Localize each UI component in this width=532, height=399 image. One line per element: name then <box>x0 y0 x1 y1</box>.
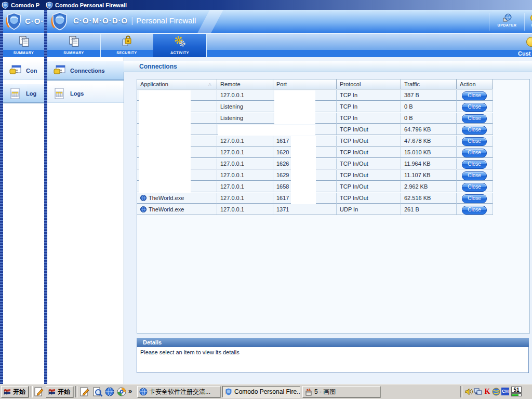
column-header-protocol[interactable]: Protocol <box>337 79 401 89</box>
cell-action[interactable]: Close <box>457 181 493 192</box>
start-button-2[interactable]: 开始 <box>46 386 73 397</box>
cell-traffic[interactable]: 62.516 KB <box>401 193 457 204</box>
column-header-action[interactable]: Action <box>457 79 493 89</box>
close-connection-button[interactable]: Close <box>462 114 487 123</box>
sidebar-item-logs[interactable]: Logs <box>47 84 124 103</box>
brand-divider: | <box>128 16 136 25</box>
back-tab-summary[interactable]: SUMMARY <box>3 34 45 58</box>
cell-remote[interactable]: 127.0.0.1 <box>217 193 273 204</box>
cell-protocol[interactable]: TCP In <box>337 113 401 124</box>
close-connection-button[interactable]: Close <box>462 137 487 146</box>
close-connection-button[interactable]: Close <box>462 103 487 112</box>
cell-action[interactable]: Close <box>457 101 493 112</box>
page-edit-icon[interactable] <box>33 387 44 397</box>
close-connection-button[interactable]: Close <box>462 160 487 169</box>
cell-application[interactable]: TheWorld.exe <box>137 193 217 204</box>
taskbar-separator <box>31 386 33 397</box>
cell-protocol[interactable]: TCP In/Out <box>337 170 401 181</box>
cell-remote[interactable]: 127.0.0.1 <box>217 136 273 147</box>
cell-traffic[interactable]: 387 B <box>401 90 457 101</box>
cell-action[interactable]: Close <box>457 204 493 215</box>
cell-remote[interactable]: Listening <box>217 113 273 124</box>
cell-protocol[interactable]: TCP In/Out <box>337 193 401 204</box>
cell-remote[interactable]: 127.0.0.1 <box>217 158 273 169</box>
cell-traffic[interactable]: 261 B <box>401 204 457 215</box>
cell-traffic[interactable]: 11.964 KB <box>401 158 457 169</box>
task-button-1[interactable]: 卡安全软件注册交流... <box>137 386 220 397</box>
back-sidebar-item-connections[interactable]: Con <box>3 61 44 80</box>
globe-browser-icon[interactable] <box>104 387 115 397</box>
product-logo-text: C·O·M·O·D·O|Personal Firewall <box>73 16 196 25</box>
cell-port[interactable]: 1371 <box>273 204 337 215</box>
start-button[interactable]: 开始 <box>1 386 29 397</box>
tab-security[interactable]: SECURITY <box>100 34 154 58</box>
cell-remote[interactable]: 127.0.0.1 <box>217 170 273 181</box>
cell-action[interactable]: Close <box>457 170 493 181</box>
cell-traffic[interactable]: 0 B <box>401 101 457 112</box>
logs-icon <box>8 87 22 100</box>
search-page-icon[interactable] <box>92 387 103 397</box>
close-connection-button[interactable]: Close <box>462 194 487 203</box>
updater-button[interactable]: UPDATER <box>491 11 523 32</box>
cell-action[interactable]: Close <box>457 90 493 101</box>
cell-protocol[interactable]: UDP In <box>337 204 401 215</box>
help-button[interactable]: ? HE <box>526 11 532 32</box>
volume-speaker-icon[interactable] <box>464 388 473 396</box>
updater-label: UPDATER <box>498 23 517 27</box>
cell-action[interactable]: Close <box>457 124 493 135</box>
quick-launch-overflow-chevron[interactable]: » <box>128 387 132 395</box>
cell-remote[interactable]: 127.0.0.1 <box>217 90 273 101</box>
close-connection-button[interactable]: Close <box>462 171 487 180</box>
cell-protocol[interactable]: TCP In/Out <box>337 181 401 192</box>
traffic-counter-badge[interactable]: 51 <box>511 387 522 393</box>
tab-summary[interactable]: SUMMARY <box>47 34 101 58</box>
cell-protocol[interactable]: TCP In/Out <box>337 124 401 135</box>
sidebar-item-connections[interactable]: Connections <box>47 61 124 81</box>
close-connection-button[interactable]: Close <box>462 183 487 192</box>
cell-remote[interactable]: 127.0.0.1 <box>217 181 273 192</box>
task-button-2[interactable]: Comodo Personal Fire... <box>222 386 300 397</box>
cell-action[interactable]: Close <box>457 193 493 204</box>
cell-action[interactable]: Close <box>457 158 493 169</box>
media-player-icon[interactable] <box>116 387 127 397</box>
titlebar-front-window[interactable]: Comodo Personal Firewall <box>44 0 532 10</box>
close-connection-button[interactable]: Close <box>462 91 487 100</box>
tab-activity[interactable]: ACTIVITY <box>153 34 207 58</box>
column-header-traffic[interactable]: Traffic <box>401 79 457 89</box>
cell-protocol[interactable]: TCP In/Out <box>337 147 401 158</box>
close-connection-button[interactable]: Close <box>462 126 487 135</box>
comodo-shield-icon <box>224 388 233 396</box>
column-header-application[interactable]: Application△ <box>137 79 217 89</box>
close-connection-button[interactable]: Close <box>462 206 487 215</box>
cell-traffic[interactable]: 11.107 KB <box>401 170 457 181</box>
cell-traffic[interactable]: 15.010 KB <box>401 147 457 158</box>
column-header-port[interactable]: Port <box>273 79 337 89</box>
cell-protocol[interactable]: TCP In <box>337 90 401 101</box>
globe-tray-icon[interactable] <box>492 388 500 396</box>
details-message: Please select an item to view its detail… <box>140 349 240 355</box>
network-computers-icon[interactable] <box>474 388 482 396</box>
close-connection-button[interactable]: Close <box>462 149 487 157</box>
cell-remote[interactable]: 127.0.0.1 <box>217 204 273 215</box>
cell-application[interactable]: TheWorld.exe <box>137 204 217 215</box>
cell-protocol[interactable]: TCP In/Out <box>337 158 401 169</box>
cell-protocol[interactable]: TCP In/Out <box>337 136 401 147</box>
page-edit-icon[interactable] <box>79 387 90 397</box>
cell-traffic[interactable]: 2.962 KB <box>401 181 457 192</box>
cell-traffic[interactable]: 47.678 KB <box>401 136 457 147</box>
kaspersky-tray-icon[interactable]: K <box>484 388 491 396</box>
cell-traffic[interactable]: 64.796 KB <box>401 124 457 135</box>
back-sidebar-item-logs[interactable]: Log <box>3 84 44 103</box>
cell-remote[interactable]: Listening <box>217 101 273 112</box>
cell-action[interactable]: Close <box>457 147 493 158</box>
input-method-indicator[interactable]: CH <box>501 388 509 395</box>
cell-protocol[interactable]: TCP In <box>337 101 401 112</box>
titlebar-back-window[interactable]: Comodo P <box>0 0 44 10</box>
cell-action[interactable]: Close <box>457 136 493 147</box>
task-button-3[interactable]: 5 - 画图 <box>302 386 380 397</box>
cell-traffic[interactable]: 0 B <box>401 113 457 124</box>
cell-remote[interactable]: 127.0.0.1 <box>217 147 273 158</box>
column-header-remote[interactable]: Remote <box>217 79 273 89</box>
cell-action[interactable]: Close <box>457 113 493 124</box>
redaction-overlay <box>274 90 315 124</box>
